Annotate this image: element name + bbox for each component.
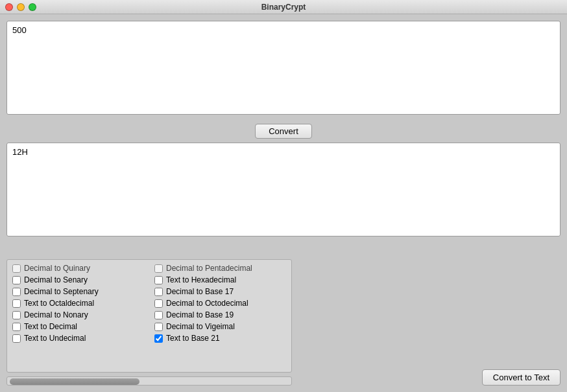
checkbox-text-octaldecimal[interactable] [12, 299, 21, 308]
checkbox-row-5: Text to Decimal Decimal to Vigeimal [7, 321, 291, 332]
label-decimal-base19: Decimal to Base 19 [166, 310, 234, 319]
label-decimal-senary: Decimal to Senary [24, 275, 88, 284]
label-text-undecimal: Text to Undecimal [24, 334, 86, 343]
checkbox-panel: Decimal to Quinary Decimal to Pentadecim… [6, 259, 292, 373]
title-bar: BinaryCrypt [0, 0, 567, 14]
label-decimal-septenary: Decimal to Septenary [24, 287, 99, 296]
checkbox-col-left-6: Text to Undecimal [7, 332, 149, 344]
app-title: BinaryCrypt [261, 3, 306, 12]
checkbox-col-left-3: Text to Octaldecimal [7, 297, 149, 309]
checkbox-col-left-2: Decimal to Septenary [7, 286, 149, 297]
checkbox-col-right-6: Text to Base 21 [149, 332, 291, 344]
checkbox-text-hexadecimal[interactable] [154, 276, 163, 284]
checkbox-row-2: Decimal to Septenary Decimal to Base 17 [7, 286, 291, 297]
checkbox-col-left-4: Decimal to Nonary [7, 309, 149, 321]
maximize-button[interactable] [29, 3, 36, 11]
checkbox-text-decimal[interactable] [12, 323, 21, 331]
checkbox-decimal-octodecimal[interactable] [154, 299, 163, 308]
output-area-wrapper: 12H [6, 143, 561, 236]
label-decimal-octodecimal: Decimal to Octodecimal [166, 299, 248, 308]
label-text-base21: Text to Base 21 [166, 334, 220, 343]
checkbox-decimal-nonary[interactable] [12, 311, 21, 319]
checkbox-row-1: Decimal to Senary Text to Hexadecimal [7, 274, 291, 286]
scrollbar-thumb[interactable] [10, 378, 139, 385]
checkbox-decimal-vigeimal[interactable] [154, 323, 163, 331]
label-decimal-pentadecimal: Decimal to Pentadecimal [166, 264, 252, 273]
output-textarea[interactable]: 12H [7, 143, 560, 234]
label-decimal-quinary: Decimal to Quinary [24, 264, 90, 273]
checkbox-row-6: Text to Undecimal Text to Base 21 [7, 332, 291, 344]
label-decimal-vigeimal: Decimal to Vigeimal [166, 322, 235, 331]
label-text-octaldecimal: Text to Octaldecimal [24, 299, 94, 308]
checkbox-col-left-5: Text to Decimal [7, 321, 149, 332]
checkbox-col-right-clipped: Decimal to Pentadecimal [149, 262, 291, 274]
checkbox-decimal-base17[interactable] [154, 288, 163, 296]
minimize-button[interactable] [17, 3, 25, 11]
checkbox-decimal-senary[interactable] [12, 276, 21, 284]
close-button[interactable] [5, 3, 13, 11]
horizontal-scrollbar[interactable] [6, 376, 292, 386]
input-area-wrapper: 500 [6, 21, 561, 115]
checkbox-decimal-base19[interactable] [154, 311, 163, 319]
convert-button[interactable]: Convert [255, 124, 312, 139]
label-decimal-base17: Decimal to Base 17 [166, 287, 234, 296]
checkbox-text-undecimal[interactable] [12, 334, 21, 343]
label-text-decimal: Text to Decimal [24, 322, 77, 331]
checkbox-row-3: Text to Octaldecimal Decimal to Octodeci… [7, 297, 291, 309]
label-decimal-nonary: Decimal to Nonary [24, 310, 88, 319]
checkbox-col-right-1: Text to Hexadecimal [149, 274, 291, 286]
checkbox-col-left-1: Decimal to Senary [7, 274, 149, 286]
label-text-hexadecimal: Text to Hexadecimal [166, 275, 236, 284]
input-textarea[interactable]: 500 [7, 21, 560, 112]
main-content: 500 Convert 12H Decimal to Quinary Decim… [0, 14, 567, 392]
convert-to-text-button[interactable]: Convert to Text [482, 369, 561, 386]
window-controls [5, 3, 36, 11]
checkbox-text-base21[interactable] [154, 334, 163, 343]
checkbox-col-right-4: Decimal to Base 19 [149, 309, 291, 321]
checkbox-col-right-2: Decimal to Base 17 [149, 286, 291, 297]
checkbox-row-4: Decimal to Nonary Decimal to Base 19 [7, 309, 291, 321]
checkbox-col-right-5: Decimal to Vigeimal [149, 321, 291, 332]
checkbox-decimal-quinary[interactable] [12, 264, 21, 273]
checkbox-col-left-clipped: Decimal to Quinary [7, 262, 149, 274]
convert-row: Convert [6, 120, 561, 143]
checkbox-decimal-septenary[interactable] [12, 288, 21, 296]
checkbox-decimal-pentadecimal[interactable] [154, 264, 163, 273]
checkbox-row-clipped: Decimal to Quinary Decimal to Pentadecim… [7, 262, 291, 274]
checkbox-col-right-3: Decimal to Octodecimal [149, 297, 291, 309]
checkbox-scroll-area[interactable]: Decimal to Quinary Decimal to Pentadecim… [7, 260, 291, 372]
